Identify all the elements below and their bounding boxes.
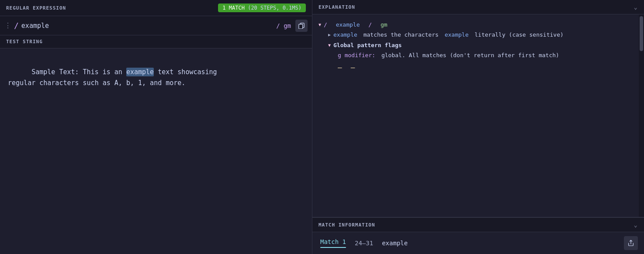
test-string-header: TEST STRING [0, 35, 312, 48]
test-string-text: Sample Text: This is an example text sho… [8, 55, 304, 100]
right-panel: EXPLANATION ⌄ ▼ / example / gm [312, 0, 644, 254]
match-chevron-down-icon[interactable]: ⌄ [634, 221, 638, 228]
regex-flags: / gm [276, 22, 291, 29]
exp-child2-body: g modifier: global. All matches (don't r… [328, 50, 638, 60]
regex-open-slash: / [14, 21, 19, 30]
exp-root-example: example [336, 20, 360, 30]
copy-button[interactable] [295, 20, 308, 32]
triangle-right-icon[interactable]: ▶ [328, 31, 331, 39]
left-panel: REGULAR EXPRESSION 1 match (20 steps, 0.… [0, 0, 312, 254]
match-info-section: MATCH INFORMATION ⌄ Match 1 24–31 exampl… [312, 217, 644, 254]
exp-g-modifier: g modifier: [338, 50, 375, 60]
match-badge: 1 match (20 steps, 0.1ms) [218, 3, 306, 12]
match-tab-underline [320, 247, 346, 248]
share-icon [627, 240, 634, 247]
exp-child1-mono: example [333, 30, 357, 40]
exp-child2: ▼ Global pattern flags g modifier: globa… [319, 40, 638, 61]
explanation-header: EXPLANATION ⌄ [312, 0, 644, 14]
match-tab-label: Match 1 [320, 238, 346, 246]
triangle-down-icon2[interactable]: ▼ [328, 41, 331, 49]
copy-icon [298, 23, 305, 29]
share-button[interactable] [624, 236, 638, 250]
exp-root-gm: gm [381, 20, 388, 30]
exp-root-slash2: / [368, 20, 372, 30]
match-range: 24–31 [355, 240, 373, 247]
exp-root-slash1: / [324, 20, 327, 30]
scrollbar[interactable] [639, 14, 644, 217]
match-info-header: MATCH INFORMATION ⌄ [312, 218, 644, 232]
exp-child2-label: Global pattern flags [333, 40, 402, 50]
exp-root-row: ▼ / example / gm [319, 20, 638, 30]
svg-rect-1 [299, 24, 303, 29]
chevron-down-icon[interactable]: ⌄ [634, 3, 638, 10]
match-info-label: MATCH INFORMATION [319, 222, 375, 228]
test-highlight: example [126, 68, 154, 76]
dash-1: — [338, 62, 342, 74]
dash-lines: — — [319, 61, 638, 74]
triangle-down-icon[interactable]: ▼ [319, 21, 321, 29]
scrollbar-thumb [640, 16, 643, 51]
test-string-area[interactable]: Sample Text: This is an example text sho… [0, 48, 312, 254]
explanation-tree: ▼ / example / gm ▶ example matches the c… [319, 20, 638, 74]
exp-child1-mono2: example [445, 30, 469, 40]
explanation-label: EXPLANATION [319, 4, 355, 10]
exp-child2-content: g modifier: global. All matches (don't r… [338, 50, 638, 60]
regex-input[interactable] [21, 22, 276, 30]
exp-child2-header-row: ▼ Global pattern flags [328, 40, 638, 50]
match-tab[interactable]: Match 1 [320, 238, 346, 248]
exp-child1-row: ▶ example matches the characters example… [328, 30, 638, 40]
match-value: example [382, 240, 408, 247]
explanation-body: ▼ / example / gm ▶ example matches the c… [312, 14, 644, 217]
regex-input-row: ⋮ / / gm [0, 16, 312, 35]
dash-2: — [351, 62, 355, 74]
match-info-body: Match 1 24–31 example [312, 232, 644, 254]
exp-child1: ▶ example matches the characters example… [319, 30, 638, 40]
regex-options-icon[interactable]: ⋮ [4, 21, 11, 30]
test-text-before: Sample Text: This is an [31, 68, 126, 76]
explanation-section: EXPLANATION ⌄ ▼ / example / gm [312, 0, 644, 217]
regex-section-label: REGULAR EXPRESSION [6, 5, 66, 11]
test-string-label: TEST STRING [6, 39, 43, 45]
regex-section-header: REGULAR EXPRESSION 1 match (20 steps, 0.… [0, 0, 312, 16]
